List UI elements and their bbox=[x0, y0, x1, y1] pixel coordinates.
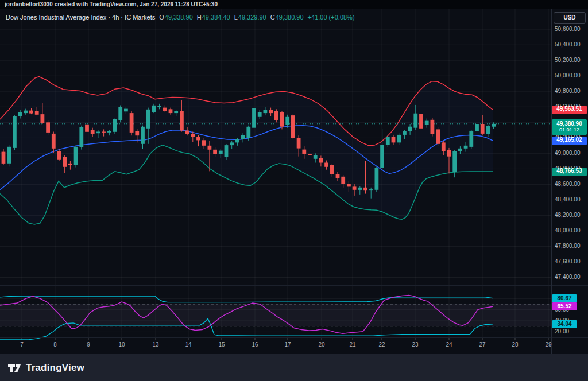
time-tick-label: 14 bbox=[180, 341, 197, 348]
time-tick-label: 24 bbox=[440, 341, 458, 348]
price-tick-label: 48,200.00 bbox=[555, 212, 588, 219]
price-tick-label: 50,600.00 bbox=[555, 26, 588, 33]
time-tick-label: 28 bbox=[506, 341, 524, 348]
symbol-title[interactable]: Dow Jones Industrial Average Index · 4h … bbox=[6, 14, 155, 21]
symbol-legend[interactable]: Dow Jones Industrial Average Index · 4h … bbox=[6, 14, 355, 21]
currency-button[interactable]: USD bbox=[554, 12, 586, 24]
attribution-text: jordanbelfort3030 created with TradingVi… bbox=[5, 1, 218, 7]
indicator-value-tag: 65.52 bbox=[552, 302, 577, 310]
tradingview-mark-icon bbox=[7, 360, 22, 375]
price-tick-label: 47,600.00 bbox=[555, 258, 588, 265]
time-tick-label: 16 bbox=[246, 341, 264, 348]
open-value: 49,338.90 bbox=[165, 14, 193, 21]
time-tick-label: 21 bbox=[344, 341, 361, 348]
time-tick-label: 17 bbox=[279, 341, 296, 348]
time-tick-label: 29 bbox=[540, 341, 557, 348]
low-label: L bbox=[234, 14, 238, 21]
price-tick-label: 48,000.00 bbox=[555, 227, 588, 234]
time-tick-label: 10 bbox=[113, 341, 130, 348]
low-value: 49,329.90 bbox=[238, 14, 266, 21]
price-tick-label: 48,600.00 bbox=[555, 181, 588, 188]
tradingview-screenshot: jordanbelfort3030 created with TradingVi… bbox=[0, 0, 588, 381]
time-tick-label: 15 bbox=[213, 341, 230, 348]
high-value: 49,384.40 bbox=[202, 14, 230, 21]
indicator-tick-label: 20.00 bbox=[555, 328, 588, 335]
footer-bar: TradingView bbox=[0, 354, 588, 381]
high-label: H bbox=[197, 14, 202, 21]
time-tick-label: 20 bbox=[313, 341, 330, 348]
price-tick-label: 49,000.00 bbox=[555, 150, 588, 157]
price-tick-label: 47,800.00 bbox=[555, 243, 588, 250]
close-value: 49,380.90 bbox=[276, 14, 304, 21]
open-label: O bbox=[159, 14, 164, 21]
indicator-value-tag: 80.67 bbox=[552, 294, 577, 302]
tradingview-logo[interactable]: TradingView bbox=[7, 360, 84, 375]
time-tick-label: 7 bbox=[13, 341, 30, 348]
change-value: +41.00 (+0.08%) bbox=[308, 14, 355, 21]
price-tag: 48,766.53 bbox=[552, 168, 587, 176]
time-tick-label: 22 bbox=[373, 341, 390, 348]
attribution-bar: jordanbelfort3030 created with TradingVi… bbox=[0, 0, 588, 9]
indicator-value-tag: 34.04 bbox=[552, 320, 577, 328]
price-tick-label: 50,400.00 bbox=[555, 41, 588, 48]
time-tick-label: 27 bbox=[474, 341, 491, 348]
price-tick-label: 50,200.00 bbox=[555, 57, 588, 64]
price-tick-label: 49,800.00 bbox=[555, 88, 588, 95]
time-tick-label: 23 bbox=[407, 341, 424, 348]
price-tag: 49,165.02 bbox=[552, 137, 587, 145]
price-tick-label: 50,000.00 bbox=[555, 72, 588, 79]
price-tick-label: 47,400.00 bbox=[555, 274, 588, 281]
price-chart[interactable] bbox=[0, 0, 588, 381]
current-price-tag: 49,380.9001:01:12 bbox=[552, 119, 587, 135]
brand-text: TradingView bbox=[26, 362, 84, 374]
close-label: C bbox=[270, 14, 275, 21]
price-tick-label: 48,400.00 bbox=[555, 196, 588, 203]
time-tick-label: 9 bbox=[80, 341, 97, 348]
time-tick-label: 8 bbox=[47, 341, 64, 348]
price-tag: 49,563.51 bbox=[552, 106, 587, 114]
time-tick-label: 13 bbox=[147, 341, 164, 348]
